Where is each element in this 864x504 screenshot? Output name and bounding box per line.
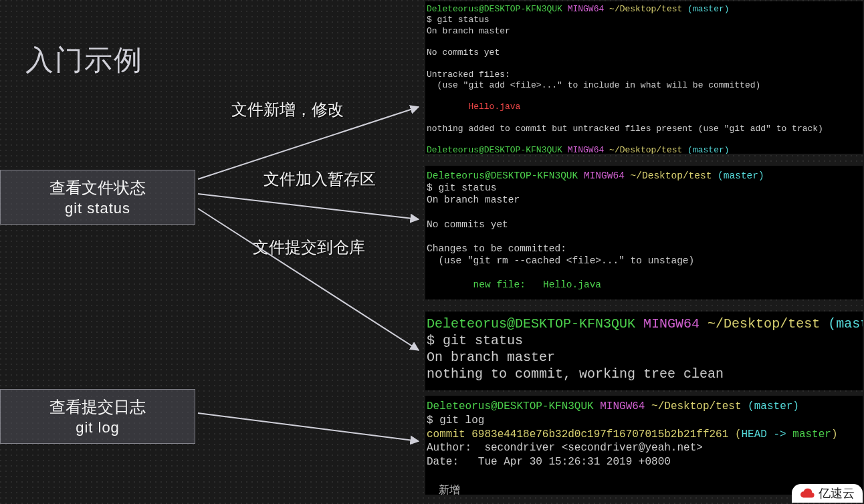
label-file-add-modify: 文件新增，修改: [231, 99, 344, 120]
terminal-status-clean: Deleteorus@DESKTOP-KFN3QUK MINGW64 ~/Des…: [425, 311, 863, 390]
svg-line-3: [198, 413, 419, 441]
box-git-status-cmd: git status: [1, 200, 195, 217]
watermark-text: 亿速云: [819, 485, 855, 501]
box-git-log-title: 查看提交日志: [1, 396, 195, 418]
slide-title: 入门示例: [25, 41, 143, 79]
box-git-status: 查看文件状态 git status: [0, 170, 195, 225]
label-file-to-repo: 文件提交到仓库: [253, 237, 365, 258]
terminal-status-untracked: Deleteorus@DESKTOP-KFN3QUK MINGW64 ~/Des…: [425, 1, 863, 154]
box-git-log: 查看提交日志 git log: [0, 389, 195, 444]
terminal-status-staged: Deleteorus@DESKTOP-KFN3QUK MINGW64 ~/Des…: [425, 166, 863, 299]
box-git-log-cmd: git log: [1, 419, 195, 436]
label-file-to-stage: 文件加入暂存区: [263, 168, 376, 190]
svg-line-1: [198, 194, 419, 219]
cloud-icon: [800, 486, 815, 501]
watermark-badge: 亿速云: [792, 484, 863, 503]
svg-line-2: [198, 209, 419, 350]
box-git-status-title: 查看文件状态: [1, 177, 195, 199]
terminal-git-log: Deleteorus@DESKTOP-KFN3QUK MINGW64 ~/Des…: [425, 396, 863, 495]
